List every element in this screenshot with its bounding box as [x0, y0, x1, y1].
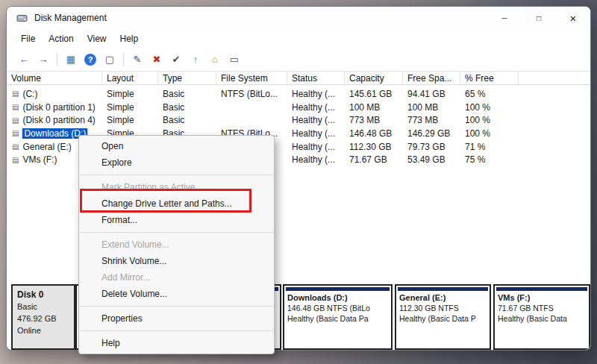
cell-type: Basic — [158, 102, 216, 113]
maximize-button[interactable]: □ — [522, 7, 556, 29]
cell-capacity: 773 MB — [345, 115, 403, 125]
up-level-icon[interactable]: ↑ — [187, 52, 204, 67]
partition-info: 146.48 GB NTFS (BitLo — [286, 304, 390, 313]
partition-block-downloads[interactable]: Downloads (D:) 146.48 GB NTFS (BitLo Hea… — [283, 284, 393, 350]
menu-item-properties[interactable]: Properties — [79, 310, 274, 327]
cell-status: Healthy (... — [287, 102, 345, 113]
console-tree-icon[interactable]: ▦ — [63, 52, 79, 67]
cell-type: Basic — [158, 89, 216, 99]
help-icon[interactable]: ? — [84, 54, 96, 66]
toolbar-separator — [57, 53, 57, 66]
cell-layout: Simple — [102, 102, 158, 113]
column-header-freespace[interactable]: Free Spa... — [403, 72, 460, 86]
menu-item-delete-volume[interactable]: Delete Volume... — [79, 286, 274, 302]
menu-view[interactable]: View — [81, 31, 113, 46]
partition-name: General (E:) — [398, 293, 488, 302]
menu-separator — [80, 232, 273, 233]
volume-name: (C:) — [22, 89, 37, 99]
menu-item-change-drive-letter[interactable]: Change Drive Letter and Paths... — [79, 195, 274, 212]
partition-info: 71.67 GB NTFS — [496, 304, 587, 313]
cell-pctfree: 71 % — [460, 142, 519, 152]
context-menu: Open Explore Mark Partition as Active Ch… — [78, 135, 275, 354]
menu-help[interactable]: Help — [113, 31, 146, 46]
menu-separator — [80, 306, 273, 307]
cell-status: Healthy (... — [287, 154, 345, 165]
menu-item-shrink-volume[interactable]: Shrink Volume... — [79, 253, 274, 269]
desktop-background: Disk Management ─ □ × File Action View H… — [0, 0, 597, 364]
delete-volume-icon[interactable]: ✖ — [149, 52, 165, 67]
menu-separator — [80, 175, 273, 175]
column-header-layout[interactable]: Layout — [102, 72, 158, 86]
column-header-type[interactable]: Type — [158, 72, 216, 86]
volume-icon: ▤ — [12, 129, 19, 137]
titlebar[interactable]: Disk Management ─ □ × — [7, 7, 590, 29]
disk0-label-panel[interactable]: Disk 0 Basic 476.92 GB Online — [11, 284, 75, 350]
column-header-filesystem[interactable]: File System — [216, 72, 287, 86]
menu-action[interactable]: Action — [42, 31, 80, 46]
column-header-empty — [519, 72, 590, 86]
menu-bar: File Action View Help — [7, 29, 590, 48]
volume-icon: ▤ — [12, 103, 19, 111]
volume-icon: ▤ — [12, 116, 19, 125]
cell-filesystem: NTFS (BitLo... — [216, 89, 287, 99]
cell-freespace: 94.41 GB — [403, 89, 460, 99]
cell-capacity: 71.67 GB — [345, 154, 403, 165]
back-icon[interactable]: ← — [16, 52, 32, 67]
partition-stripe — [496, 287, 587, 291]
cell-pctfree: 75 % — [460, 154, 519, 165]
minimize-button[interactable]: ─ — [487, 7, 522, 29]
cell-capacity: 100 MB — [345, 102, 403, 113]
disk-size: 476.92 GB — [17, 313, 69, 325]
table-row[interactable]: ▤(Disk 0 partition 4) Simple Basic Healt… — [7, 113, 590, 127]
partition-status: Healthy (Basic Data Pa — [286, 314, 390, 323]
menu-item-format[interactable]: Format... — [79, 212, 274, 228]
partition-name: VMs (F:) — [496, 293, 587, 302]
menu-file[interactable]: File — [14, 31, 42, 46]
cell-pctfree: 100 % — [460, 115, 519, 125]
cell-type: Basic — [158, 115, 216, 125]
table-row[interactable]: ▤(Disk 0 partition 1) Simple Basic Healt… — [7, 101, 590, 114]
app-icon — [16, 13, 28, 24]
partition-stripe — [398, 287, 488, 291]
window-controls: ─ □ × — [487, 7, 590, 29]
cell-capacity: 112.30 GB — [345, 142, 403, 152]
menu-item-extend-volume: Extend Volume... — [79, 236, 274, 253]
partition-status: Healthy (Basic Data — [496, 314, 587, 323]
cell-layout: Simple — [102, 115, 158, 125]
check-doc-icon[interactable]: ✔ — [168, 52, 184, 67]
menu-item-help[interactable]: Help — [79, 335, 274, 351]
toolbar-separator — [123, 53, 124, 66]
menu-item-open[interactable]: Open — [79, 138, 274, 154]
partition-block-vms[interactable]: VMs (F:) 71.67 GB NTFS Healthy (Basic Da… — [493, 284, 590, 350]
partition-block-general[interactable]: General (E:) 112.30 GB NTFS Healthy (Bas… — [395, 284, 491, 350]
cell-capacity: 145.61 GB — [345, 89, 403, 99]
cell-freespace: 773 MB — [403, 115, 460, 125]
window-pane-icon[interactable]: ▢ — [101, 52, 118, 67]
column-header-status[interactable]: Status — [287, 72, 345, 86]
cell-status: Healthy (... — [287, 142, 345, 152]
cell-layout: Simple — [102, 89, 158, 99]
menu-item-mark-partition-active: Mark Partition as Active — [79, 179, 274, 195]
partition-status: Healthy (Basic Data P — [398, 314, 488, 323]
forward-icon[interactable]: → — [35, 52, 51, 67]
window-title: Disk Management — [34, 13, 107, 23]
partition-name: Downloads (D:) — [286, 293, 390, 302]
table-row[interactable]: ▤(C:) Simple Basic NTFS (BitLo... Health… — [7, 87, 590, 101]
cell-freespace: 100 MB — [403, 102, 460, 113]
volume-icon: ▤ — [12, 156, 19, 164]
action-balloon-icon[interactable]: ✎ — [129, 52, 146, 67]
close-button[interactable]: × — [556, 7, 590, 29]
column-header-pctfree[interactable]: % Free — [460, 72, 519, 86]
disk-status: Online — [17, 325, 69, 337]
cell-pctfree: 65 % — [460, 89, 519, 99]
menu-item-explore[interactable]: Explore — [79, 154, 274, 171]
folder-icon[interactable]: ⌂ — [207, 52, 223, 67]
volume-name: (Disk 0 partition 4) — [22, 115, 95, 125]
disk-type: Basic — [17, 301, 69, 313]
volume-icon: ▤ — [12, 142, 19, 151]
menu-separator — [80, 330, 273, 331]
column-header-volume[interactable]: Volume — [7, 72, 102, 86]
properties-rect-icon[interactable]: ▭ — [226, 52, 243, 67]
column-header-capacity[interactable]: Capacity — [345, 72, 403, 86]
cell-capacity: 146.48 GB — [345, 128, 403, 139]
